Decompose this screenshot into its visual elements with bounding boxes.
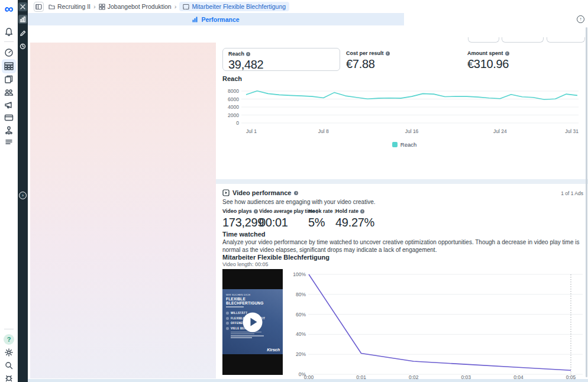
- time-watched-line-chart[interactable]: 0%20%40%60%80%100%0:000:010:020:030:040:…: [290, 269, 586, 381]
- svg-text:Jul 1: Jul 1: [246, 128, 257, 134]
- filter-button-truncated[interactable]: [468, 37, 499, 43]
- legend-label-reach[interactable]: Reach: [400, 141, 416, 148]
- rail-divider: [4, 41, 14, 42]
- svg-text:4000: 4000: [228, 104, 239, 110]
- svg-text:Jul 31: Jul 31: [565, 128, 579, 134]
- bar-chart-icon[interactable]: [18, 15, 27, 24]
- video-performance-title: Video performance: [232, 189, 291, 196]
- sidebar-toggle-icon[interactable]: [34, 2, 44, 12]
- chart-legend: Reach: [222, 141, 586, 148]
- video-play-square-icon: [222, 189, 230, 196]
- time-watched-description: Analyze your video performance by time w…: [222, 238, 587, 254]
- video-thumbnail[interactable]: WIR SUCHEN DICH FLEXIBLE BLECHFERTIGUNG …: [222, 269, 283, 375]
- report-content: Reachi 39,482 Cost per resulti €7.88 Amo…: [28, 25, 588, 382]
- reach-line-chart[interactable]: 02000400060008000Jul 1Jul 8Jul 16Jul 24J…: [222, 83, 586, 138]
- avg-play-time-value: 00:01: [259, 216, 308, 229]
- breadcrumb-campaign[interactable]: Recruiting II: [49, 3, 91, 10]
- svg-text:Jul 16: Jul 16: [405, 128, 419, 134]
- metric-video-plays: Video playsi 173,299: [222, 208, 259, 229]
- metric-label: Amount spent: [467, 50, 503, 56]
- performance-chart-icon: [192, 17, 198, 22]
- breadcrumb-separator: ›: [174, 3, 177, 10]
- filter-button-truncated[interactable]: [502, 37, 544, 43]
- metric-label: Reach: [228, 51, 244, 57]
- side-panel-rail: ›: [18, 0, 28, 382]
- settings-gear-icon[interactable]: [0, 345, 18, 360]
- metric-amount-spent: Amount spenti €310.96: [467, 50, 509, 71]
- notifications-bell-icon[interactable]: [0, 25, 18, 39]
- play-button-icon[interactable]: [243, 312, 263, 332]
- video-name: Mitarbeiter Flexible Blechfertigung: [222, 254, 329, 261]
- app-icon-rail: ∞ ?: [0, 0, 18, 382]
- grid-icon: [99, 4, 105, 10]
- rail-divider-bottom: [4, 329, 14, 329]
- help-icon[interactable]: ?: [0, 332, 18, 347]
- metric-avg-play-time: Video average play timei 00:01: [259, 208, 308, 229]
- metric-hold-rate: Hold ratei 49.27%: [335, 208, 374, 229]
- metric-card-reach[interactable]: Reachi 39,482: [222, 48, 340, 71]
- metric-cost-per-result: Cost per resulti €7.88: [346, 50, 390, 71]
- share-up-icon[interactable]: ↑: [577, 15, 584, 23]
- breadcrumb-adset[interactable]: Jobangebot Produktion: [99, 3, 172, 10]
- legend-swatch-reach: [392, 142, 398, 147]
- time-watched-title: Time watched: [222, 231, 266, 238]
- clock-icon[interactable]: [18, 42, 27, 51]
- pages-copy-icon[interactable]: [0, 72, 18, 86]
- expand-arrow-icon[interactable]: ›: [19, 192, 27, 199]
- breadcrumb: Recruiting II › Jobangebot Produktion › …: [49, 2, 289, 11]
- svg-text:80%: 80%: [296, 292, 306, 297]
- video-metrics-row: Video playsi 173,299 Video average play …: [222, 208, 374, 229]
- ads-manager-performance-page: ∞ ?: [0, 0, 588, 382]
- svg-text:100%: 100%: [293, 271, 306, 277]
- hold-rate-value: 49.27%: [335, 216, 374, 229]
- ads-count: 1 of 1 Ads: [561, 190, 583, 196]
- thumbnail-headline: FLEXIBLE BLECHFERTIGUNG: [226, 297, 279, 305]
- topbar: Recruiting II › Jobangebot Produktion › …: [28, 0, 588, 13]
- info-icon[interactable]: i: [254, 209, 258, 213]
- menu-lines-icon[interactable]: [0, 135, 18, 149]
- thumbnail-kicker: WIR SUCHEN DICH: [226, 293, 279, 296]
- campaigns-table-icon[interactable]: [0, 59, 18, 73]
- svg-text:20%: 20%: [296, 351, 306, 357]
- vertical-scrollbar[interactable]: [586, 27, 587, 377]
- cost-per-result-value: €7.88: [346, 57, 390, 71]
- reach-value: 39,482: [228, 58, 334, 72]
- reach-chart-title: Reach: [222, 75, 242, 82]
- amount-spent-value: €310.96: [467, 57, 509, 71]
- video-performance-subtitle: See how audiences are engaging with your…: [222, 199, 376, 205]
- bottom-strip: [28, 379, 588, 382]
- overview-gauge-icon[interactable]: [0, 46, 18, 60]
- filter-button-truncated[interactable]: [547, 37, 585, 43]
- info-icon[interactable]: i: [386, 51, 390, 56]
- tab-performance[interactable]: Performance: [192, 16, 239, 23]
- metric-label: Cost per result: [346, 50, 384, 56]
- video-length: Video length: 00:05: [222, 261, 268, 267]
- info-icon[interactable]: i: [294, 191, 298, 195]
- close-icon[interactable]: [18, 2, 27, 11]
- info-icon[interactable]: i: [360, 209, 364, 213]
- video-plays-value: 173,299: [222, 216, 259, 229]
- svg-text:6000: 6000: [228, 96, 239, 102]
- svg-text:40%: 40%: [296, 331, 306, 337]
- svg-text:60%: 60%: [296, 312, 306, 318]
- folder-icon: [49, 4, 55, 10]
- info-icon[interactable]: i: [505, 51, 509, 56]
- metric-hook-rate: Hook ratei 5%: [308, 208, 335, 229]
- main-area: Recruiting II › Jobangebot Produktion › …: [28, 0, 588, 382]
- breadcrumb-ad-active[interactable]: Mitarbeiter Flexible Blechfertigung: [179, 2, 289, 11]
- advertiser-logo: Kirsch: [267, 348, 280, 352]
- info-icon[interactable]: i: [246, 52, 250, 56]
- bug-report-icon[interactable]: [0, 371, 18, 382]
- svg-text:0: 0: [236, 120, 239, 126]
- svg-text:Jul 24: Jul 24: [493, 128, 507, 134]
- section-separator: [216, 179, 588, 184]
- ads-megaphone-icon[interactable]: [0, 98, 18, 112]
- pencil-icon[interactable]: [18, 29, 27, 38]
- svg-text:8000: 8000: [228, 88, 239, 94]
- table-icon: [183, 4, 189, 10]
- tab-band: Performance ↑: [28, 13, 588, 25]
- meta-logo[interactable]: ∞: [0, 1, 18, 15]
- breadcrumb-separator: ›: [93, 3, 96, 10]
- ad-preview-background: [30, 43, 216, 378]
- video-performance-header: Video performance i: [222, 189, 298, 196]
